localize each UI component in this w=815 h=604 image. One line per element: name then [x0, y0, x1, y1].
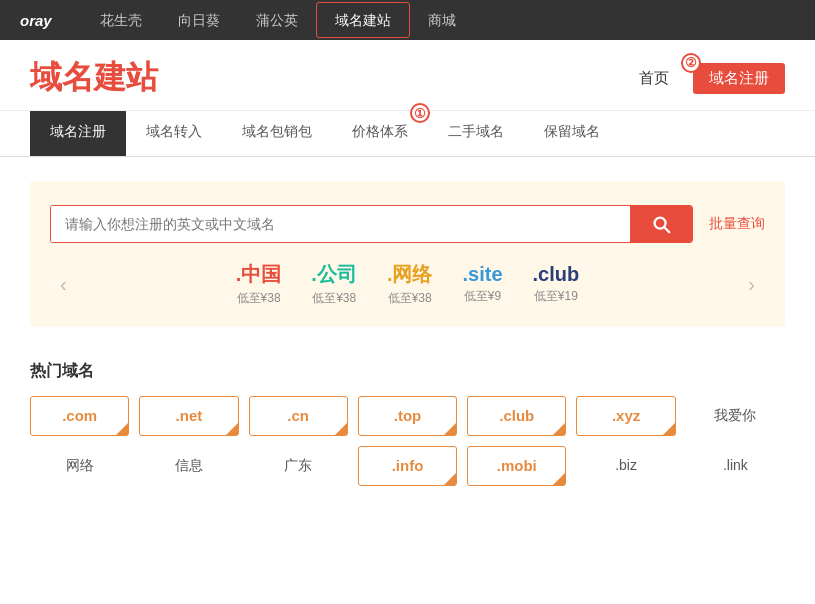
domain-tag-name-2: .网络	[387, 261, 433, 288]
batch-query-link[interactable]: 批量查询	[709, 215, 765, 233]
page-header: 域名建站 首页 ② 域名注册	[0, 40, 815, 111]
nav-item-huashengke[interactable]: 花生壳	[82, 0, 160, 40]
sub-nav-item-bundle[interactable]: 域名包销包	[222, 111, 332, 156]
badge-2: ②	[681, 53, 701, 73]
nav-item-xiangrikui[interactable]: 向日葵	[160, 0, 238, 40]
domain-card-info[interactable]: .info	[358, 446, 457, 486]
nav-item-yuming[interactable]: 域名建站	[316, 2, 410, 38]
domain-tag-3[interactable]: .site 低至¥9	[462, 263, 502, 305]
sub-nav-item-reserved[interactable]: 保留域名	[524, 111, 620, 156]
domain-card-cn[interactable]: .cn	[249, 396, 348, 436]
sub-nav: 域名注册 域名转入 域名包销包 价格体系 二手域名 保留域名	[0, 111, 815, 157]
register-btn-label: 域名注册	[709, 69, 769, 86]
search-row: 批量查询	[50, 205, 765, 243]
domain-tag-price-3: 低至¥9	[462, 288, 502, 305]
domain-card-xyz[interactable]: .xyz	[576, 396, 675, 436]
domain-tag-name-3: .site	[462, 263, 502, 286]
domain-tag-price-0: 低至¥38	[236, 290, 282, 307]
search-icon	[650, 213, 672, 235]
top-nav: oray 花生壳 向日葵 蒲公英 域名建站 商城	[0, 0, 815, 40]
domain-card-wangluo[interactable]: 网络	[30, 446, 129, 486]
hot-domain-section: 热门域名 .com .net .cn .top .club .xyz 我爱你 网…	[0, 351, 815, 516]
domain-tags-row: ‹ .中国 低至¥38 .公司 低至¥38 .网络 低至¥38 .site 低至…	[50, 261, 765, 307]
domain-tag-name-4: .club	[533, 263, 580, 286]
hot-domain-row2: 网络 信息 广东 .info .mobi .biz .link	[30, 446, 785, 486]
domain-tag-list: .中国 低至¥38 .公司 低至¥38 .网络 低至¥38 .site 低至¥9…	[77, 261, 739, 307]
domain-card-top[interactable]: .top	[358, 396, 457, 436]
header-right: 首页 ② 域名注册	[639, 63, 785, 94]
next-arrow[interactable]: ›	[738, 273, 765, 296]
domain-register-button[interactable]: ② 域名注册	[693, 63, 785, 94]
badge-1: ①	[410, 103, 430, 123]
search-input[interactable]	[51, 206, 630, 242]
domain-tag-price-4: 低至¥19	[533, 288, 580, 305]
domain-tag-name-1: .公司	[311, 261, 357, 288]
nav-item-shangcheng[interactable]: 商城	[410, 0, 474, 40]
page-title: 域名建站	[30, 56, 158, 100]
hot-domain-row1: .com .net .cn .top .club .xyz 我爱你	[30, 396, 785, 436]
domain-card-mobi[interactable]: .mobi	[467, 446, 566, 486]
sub-nav-item-secondhand[interactable]: 二手域名	[428, 111, 524, 156]
domain-tag-4[interactable]: .club 低至¥19	[533, 263, 580, 305]
search-input-wrap	[50, 205, 693, 243]
domain-card-guangdong[interactable]: 广东	[249, 446, 348, 486]
domain-tag-2[interactable]: .网络 低至¥38	[387, 261, 433, 307]
sub-nav-item-transfer[interactable]: 域名转入	[126, 111, 222, 156]
hot-domain-title: 热门域名	[30, 361, 785, 382]
domain-tag-name-0: .中国	[236, 261, 282, 288]
nav-item-pugongying[interactable]: 蒲公英	[238, 0, 316, 40]
domain-tag-1[interactable]: .公司 低至¥38	[311, 261, 357, 307]
brand-logo[interactable]: oray	[20, 12, 52, 29]
domain-tag-0[interactable]: .中国 低至¥38	[236, 261, 282, 307]
search-button[interactable]	[630, 206, 692, 242]
domain-card-club[interactable]: .club	[467, 396, 566, 436]
domain-card-xinxi[interactable]: 信息	[139, 446, 238, 486]
domain-card-woaini[interactable]: 我爱你	[686, 396, 785, 436]
sub-nav-item-register[interactable]: 域名注册	[30, 111, 126, 156]
domain-card-com[interactable]: .com	[30, 396, 129, 436]
domain-tag-price-1: 低至¥38	[311, 290, 357, 307]
domain-card-net[interactable]: .net	[139, 396, 238, 436]
prev-arrow[interactable]: ‹	[50, 273, 77, 296]
domain-card-biz[interactable]: .biz	[576, 446, 675, 486]
domain-tag-price-2: 低至¥38	[387, 290, 433, 307]
search-section: 批量查询 ‹ .中国 低至¥38 .公司 低至¥38 .网络 低至¥38 .si…	[30, 181, 785, 327]
home-link[interactable]: 首页	[639, 69, 669, 88]
domain-card-link[interactable]: .link	[686, 446, 785, 486]
